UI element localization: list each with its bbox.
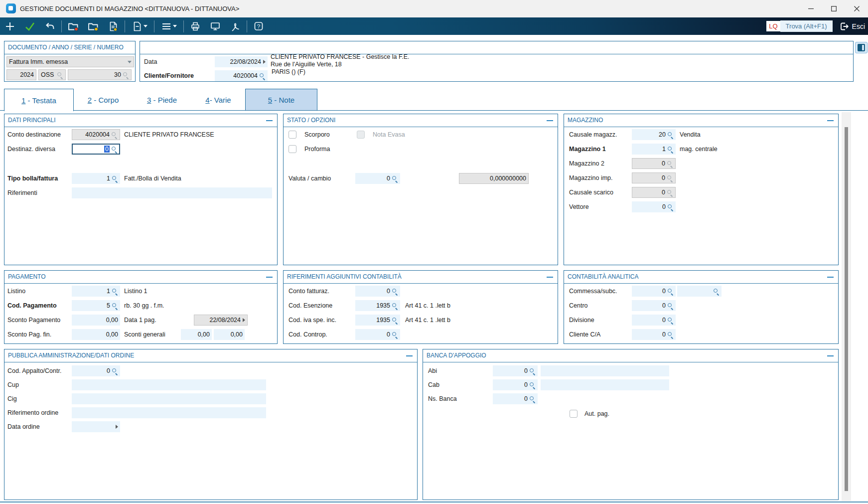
- preview-button[interactable]: [205, 19, 225, 34]
- search-icon[interactable]: [112, 302, 118, 309]
- search-icon[interactable]: [123, 71, 129, 78]
- aut-pag-checkbox[interactable]: [570, 410, 578, 418]
- minimize-button[interactable]: [799, 0, 822, 17]
- cliente-ca-field[interactable]: 0: [632, 329, 676, 340]
- search-icon[interactable]: [112, 367, 118, 374]
- document-menu-button[interactable]: [127, 19, 152, 34]
- collapse-panel-button[interactable]: [266, 277, 273, 278]
- tab-testata[interactable]: 1 - Testata: [4, 89, 74, 111]
- search-icon[interactable]: [667, 131, 674, 138]
- help-button[interactable]: ?: [249, 19, 269, 34]
- riferimento-ordine-field[interactable]: [72, 407, 266, 418]
- sconti-generali-field-1[interactable]: 0,00: [181, 329, 212, 340]
- magazzino1-field[interactable]: 1: [632, 144, 676, 155]
- close-button[interactable]: [845, 0, 868, 17]
- list-menu-button[interactable]: [156, 19, 182, 34]
- print-button[interactable]: [185, 19, 205, 34]
- cambio-field[interactable]: 0,000000000: [459, 173, 529, 184]
- data-ordine-field[interactable]: [72, 421, 120, 432]
- search-icon[interactable]: [529, 367, 536, 374]
- collapse-panel-button[interactable]: [406, 355, 413, 356]
- listino-field[interactable]: 1: [72, 286, 120, 297]
- search-icon[interactable]: [667, 317, 674, 324]
- collapse-panel-button[interactable]: [827, 277, 834, 278]
- doc-type-select[interactable]: Fattura Imm. emessa: [6, 56, 134, 67]
- collapse-panel-button[interactable]: [547, 120, 553, 121]
- search-icon[interactable]: [392, 331, 398, 338]
- undo-button[interactable]: [40, 19, 60, 34]
- conto-destinazione-field[interactable]: 4020004: [72, 129, 120, 140]
- collapse-panel-button[interactable]: [827, 355, 834, 356]
- calendar-arrow-icon[interactable]: [263, 60, 266, 64]
- scorporo-checkbox[interactable]: [289, 131, 296, 139]
- vertical-scrollbar[interactable]: [842, 112, 851, 501]
- collapse-panel-button[interactable]: [266, 120, 273, 121]
- cod-esenzione-field[interactable]: 1935: [355, 300, 400, 311]
- abi-field[interactable]: 0: [493, 365, 538, 376]
- exit-button[interactable]: Esci: [839, 21, 865, 32]
- search-icon[interactable]: [392, 317, 398, 324]
- centro-field[interactable]: 0: [632, 300, 676, 311]
- search-icon[interactable]: [112, 175, 118, 182]
- conto-fatturaz-field[interactable]: 0: [355, 286, 400, 297]
- sconti-generali-field-2[interactable]: 0,00: [214, 329, 245, 340]
- pdf-button[interactable]: [225, 19, 245, 34]
- number-field[interactable]: 30: [68, 69, 132, 80]
- scrollbar-thumb[interactable]: [845, 127, 848, 491]
- tab-piede[interactable]: 3 - Piede: [133, 89, 191, 111]
- search-icon[interactable]: [667, 203, 674, 210]
- ns-banca-field[interactable]: 0: [493, 393, 538, 404]
- search-icon[interactable]: [667, 302, 674, 309]
- search-icon[interactable]: [259, 72, 266, 79]
- open-folder-red-button[interactable]: [63, 19, 83, 34]
- riferimenti-field[interactable]: [72, 187, 272, 198]
- search-icon[interactable]: [112, 288, 118, 295]
- valuta-field[interactable]: 0: [355, 173, 400, 184]
- search-icon[interactable]: [111, 146, 118, 153]
- date-field[interactable]: 22/08/2024: [215, 56, 268, 67]
- proforma-checkbox[interactable]: [289, 145, 296, 153]
- divisione-field[interactable]: 0: [632, 315, 676, 326]
- cig-field[interactable]: [72, 393, 266, 404]
- cod-iva-field[interactable]: 1935: [355, 315, 400, 326]
- new-button[interactable]: [0, 19, 20, 34]
- confirm-button[interactable]: [20, 19, 40, 34]
- tipo-bolla-field[interactable]: 1: [72, 173, 120, 184]
- cod-appalto-field[interactable]: 0: [72, 365, 120, 376]
- data-1-pag-field[interactable]: 22/08/2024: [194, 315, 248, 326]
- sconto-pag-fin-field[interactable]: 0,00: [72, 329, 120, 340]
- search-icon[interactable]: [111, 131, 118, 138]
- search-icon[interactable]: [667, 331, 674, 338]
- collapse-panel-button[interactable]: [547, 277, 553, 278]
- cab-field[interactable]: 0: [493, 379, 538, 390]
- search-icon[interactable]: [392, 288, 398, 295]
- cod-pagamento-field[interactable]: 5: [72, 300, 120, 311]
- collapse-panel-button[interactable]: [827, 120, 834, 121]
- find-button[interactable]: Trova (Alt+F1): [780, 20, 833, 32]
- cod-controp-field[interactable]: 0: [355, 329, 400, 340]
- sconto-pagamento-field[interactable]: 0,00: [72, 315, 120, 326]
- abi-desc-field[interactable]: [541, 365, 669, 376]
- cup-field[interactable]: [72, 379, 266, 390]
- new-document-button[interactable]: [103, 19, 123, 34]
- calendar-arrow-icon[interactable]: [243, 318, 245, 322]
- causale-magazzino-field[interactable]: 20: [632, 129, 676, 140]
- horizontal-scrollbar[interactable]: [0, 502, 868, 503]
- vettore-field[interactable]: 0: [632, 201, 676, 212]
- search-icon[interactable]: [667, 146, 674, 153]
- search-icon[interactable]: [57, 71, 63, 78]
- side-panel-toggle-button[interactable]: [855, 42, 868, 53]
- search-icon[interactable]: [392, 302, 398, 309]
- search-icon[interactable]: [529, 395, 536, 402]
- client-code-field[interactable]: 4020004: [215, 70, 268, 81]
- tab-varie[interactable]: 4- Varie: [191, 89, 245, 111]
- open-folder-yellow-button[interactable]: [83, 19, 103, 34]
- tab-corpo[interactable]: 2 - Corpo: [74, 89, 133, 111]
- commessa-field[interactable]: 0: [632, 286, 676, 297]
- series-field[interactable]: OSS: [38, 69, 66, 80]
- cab-desc-field[interactable]: [541, 379, 669, 390]
- calendar-arrow-icon[interactable]: [116, 425, 118, 429]
- search-icon[interactable]: [529, 381, 536, 388]
- search-icon[interactable]: [713, 288, 720, 295]
- destinaz-diversa-field[interactable]: 0: [72, 144, 120, 155]
